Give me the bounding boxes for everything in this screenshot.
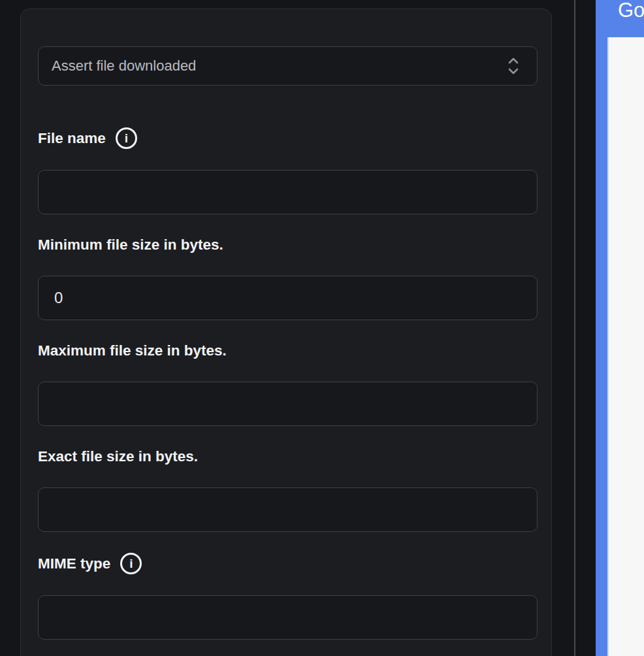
info-icon[interactable]: i <box>116 127 137 149</box>
file-name-label: File name i <box>38 127 538 149</box>
field-group-exact-size: Exact file size in bytes. <box>38 447 538 532</box>
file-name-input[interactable] <box>38 170 538 214</box>
preview-header-text: Go <box>618 0 644 22</box>
field-label-text: File name <box>38 129 106 148</box>
preview-page-thumbnail <box>607 37 644 656</box>
panel-splitter[interactable] <box>574 0 575 656</box>
min-size-label: Minimum file size in bytes. <box>38 235 538 255</box>
action-select[interactable]: Assert file downloaded <box>38 46 538 86</box>
mime-type-input[interactable] <box>38 595 538 640</box>
max-size-label: Maximum file size in bytes. <box>38 341 538 361</box>
field-label-text: MIME type <box>38 554 110 574</box>
field-label-text: Minimum file size in bytes. <box>38 235 223 255</box>
field-label-text: Exact file size in bytes. <box>38 447 198 467</box>
exact-size-label: Exact file size in bytes. <box>38 447 538 467</box>
min-size-input[interactable] <box>38 276 538 320</box>
max-size-input[interactable] <box>38 382 538 426</box>
field-label-text: Maximum file size in bytes. <box>38 341 227 361</box>
chevron-up-down-icon <box>507 56 520 76</box>
action-select-value: Assert file downloaded <box>52 57 196 74</box>
info-icon[interactable]: i <box>120 553 142 574</box>
field-group-mime-type: MIME type i <box>38 553 538 640</box>
step-editor-card: Assert file downloaded File name i Minim… <box>20 8 552 656</box>
browser-preview-panel[interactable]: Go <box>596 0 644 656</box>
mime-type-label: MIME type i <box>38 553 538 574</box>
exact-size-input[interactable] <box>38 487 538 532</box>
field-group-max-size: Maximum file size in bytes. <box>38 341 538 426</box>
field-group-file-name: File name i <box>38 127 538 214</box>
field-group-min-size: Minimum file size in bytes. <box>38 235 538 320</box>
